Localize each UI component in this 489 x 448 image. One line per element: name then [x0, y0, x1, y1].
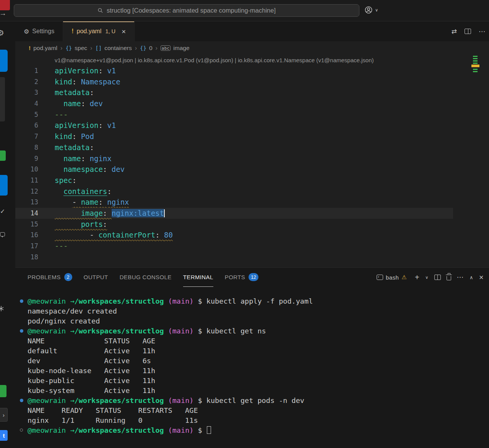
code-line[interactable]: 1apiVersion: v1 — [15, 65, 489, 76]
code-line[interactable]: 13 - name: nginx — [15, 197, 489, 208]
code-line[interactable]: 11spec: — [15, 175, 489, 186]
code-line[interactable]: 14 image: nginx:latest — [15, 208, 453, 219]
split-editor-icon[interactable] — [465, 29, 471, 34]
tab-debug-console-label: DEBUG CONSOLE — [120, 274, 172, 280]
code-text: spec: — [38, 175, 76, 186]
yaml-schema-line[interactable]: v1@namespace+v1@pod.json | io.k8s.api.co… — [15, 55, 489, 65]
title-bar: → structlog [Codespaces: animated space … — [0, 0, 489, 21]
new-terminal-icon[interactable]: + — [415, 273, 419, 282]
object-symbol-icon: {} — [140, 45, 146, 51]
editor[interactable]: v1@namespace+v1@pod.json | io.k8s.api.co… — [15, 55, 489, 267]
breadcrumb-item-containers[interactable]: containers — [104, 45, 132, 52]
minimap-git-marker — [473, 56, 478, 57]
code-line[interactable]: 10 namespace: dev — [15, 164, 489, 175]
breadcrumb-item-file[interactable]: pod.yaml — [33, 45, 57, 52]
command-decoration-icon[interactable] — [20, 299, 23, 303]
terminal-line: @meowrain →/workspaces/structlog (main) … — [28, 396, 489, 406]
code-text: apiVersion: v1 — [38, 120, 116, 131]
line-number: 2 — [15, 76, 38, 87]
command-center-search[interactable]: structlog [Codespaces: animated space co… — [14, 4, 359, 17]
breadcrumb-warning-icon: ! — [29, 45, 31, 52]
code-line[interactable]: 17--- — [15, 241, 489, 252]
kill-terminal-icon[interactable] — [447, 276, 451, 280]
activity-badge-green-2[interactable] — [0, 385, 6, 397]
minimap-git-marker — [473, 63, 478, 64]
tab-output-label: OUTPUT — [84, 274, 108, 280]
tab-settings[interactable]: ⚙ Settings — [15, 21, 63, 41]
editor-tab-bar: ⚙ Settings ! pod.yaml 1, U × ⇄ ⋯ — [15, 21, 489, 41]
close-icon[interactable]: × — [122, 28, 126, 35]
minimap-warning-marker — [471, 65, 479, 67]
line-number: 1 — [15, 65, 38, 76]
code-line[interactable]: 12 containers: — [15, 186, 489, 197]
ports-badge: 12 — [249, 273, 258, 281]
terminal-line: @meowrain →/workspaces/structlog (main) … — [28, 425, 489, 435]
terminal-output[interactable]: @meowrain →/workspaces/structlog (main) … — [15, 287, 489, 448]
close-panel-icon[interactable]: × — [479, 273, 484, 282]
warning-triangle-icon: ⚠ — [401, 274, 407, 281]
maximize-panel-icon[interactable]: ∧ — [470, 275, 473, 280]
terminal-line: NAME READY STATUS RESTARTS AGE — [28, 406, 489, 416]
code-text: containers: — [38, 186, 112, 197]
terminal-line: @meowrain →/workspaces/structlog (main) … — [28, 296, 489, 306]
code-line[interactable]: 16 - containerPort: 80 — [15, 230, 489, 241]
terminal-line: pod/nginx created — [28, 316, 489, 326]
minimap-git-marker — [473, 60, 478, 61]
tab-terminal[interactable]: TERMINAL — [183, 268, 213, 287]
accounts-menu[interactable]: ∨ — [364, 5, 378, 15]
minimap-git-marker — [473, 58, 478, 59]
code-line[interactable]: 4 name: dev — [15, 98, 489, 109]
code-text — [38, 252, 55, 263]
command-decoration-icon[interactable] — [20, 399, 23, 402]
shell-selector[interactable]: bash ⚠ — [377, 274, 407, 281]
command-decoration-icon[interactable] — [20, 329, 23, 333]
open-changes-icon[interactable]: ⇄ — [452, 27, 457, 36]
activity-badge-blue[interactable] — [0, 50, 8, 72]
t-badge[interactable]: t — [0, 430, 8, 441]
code-line[interactable]: 18 — [15, 252, 489, 263]
tab-debug-console[interactable]: DEBUG CONSOLE — [120, 268, 172, 287]
gear-icon[interactable]: ⚙ — [0, 28, 4, 37]
chevron-right-box[interactable]: › — [0, 408, 8, 422]
string-symbol-icon: abc — [161, 45, 171, 51]
code-line[interactable]: 8metadata: — [15, 142, 489, 153]
tab-pod-yaml-label: pod.yaml — [76, 28, 101, 35]
split-terminal-icon[interactable] — [434, 275, 441, 280]
code-line[interactable]: 2kind: Namespace — [15, 76, 489, 87]
line-number: 13 — [15, 197, 38, 208]
line-number: 5 — [15, 109, 38, 120]
tab-output[interactable]: OUTPUT — [84, 268, 108, 287]
command-decoration-active-icon[interactable] — [20, 429, 23, 432]
bottom-panel: PROBLEMS 2 OUTPUT DEBUG CONSOLE TERMINAL… — [15, 267, 489, 448]
check-icon: ✓ — [0, 208, 5, 215]
code-line[interactable]: 15 ports: — [15, 219, 489, 230]
more-actions-icon[interactable]: ⋯ — [479, 27, 485, 36]
array-symbol-icon: [] — [95, 45, 102, 51]
code-line[interactable]: 3metadata: — [15, 87, 489, 98]
line-number: 8 — [15, 142, 38, 153]
chevron-down-icon: ∨ — [375, 8, 378, 13]
tab-ports[interactable]: PORTS 12 — [225, 268, 258, 287]
breadcrumb-item-image[interactable]: image — [173, 45, 189, 52]
terminal-dropdown-chevron-icon[interactable]: ∨ — [425, 275, 428, 280]
breadcrumb-item-spec[interactable]: spec — [75, 45, 87, 52]
code-text: name: nginx — [38, 153, 112, 164]
tab-pod-yaml[interactable]: ! pod.yaml 1, U × — [63, 21, 135, 41]
activity-badge-green[interactable] — [0, 150, 6, 161]
activity-badge-blue-2[interactable] — [0, 175, 8, 196]
terminal-line: nginx 1/1 Running 0 11s — [28, 416, 489, 425]
line-number: 9 — [15, 153, 38, 164]
terminal-actions: bash ⚠ + ∨ ⋯ ∧ × — [377, 268, 484, 287]
code-text: apiVersion: v1 — [38, 65, 116, 76]
code-line[interactable]: 9 name: nginx — [15, 153, 489, 164]
forward-arrow-icon[interactable]: → — [0, 9, 6, 18]
accounts-icon — [364, 5, 373, 15]
code-line[interactable]: 5--- — [15, 109, 489, 120]
panel-more-actions-icon[interactable]: ⋯ — [457, 273, 464, 281]
code-line[interactable]: 7kind: Pod — [15, 131, 489, 142]
code-text: ports: — [38, 219, 107, 230]
comment-icon[interactable] — [0, 232, 5, 236]
tab-problems[interactable]: PROBLEMS 2 — [28, 268, 72, 287]
code-line[interactable]: 6apiVersion: v1 — [15, 120, 489, 131]
breadcrumb-item-0[interactable]: 0 — [149, 45, 153, 52]
